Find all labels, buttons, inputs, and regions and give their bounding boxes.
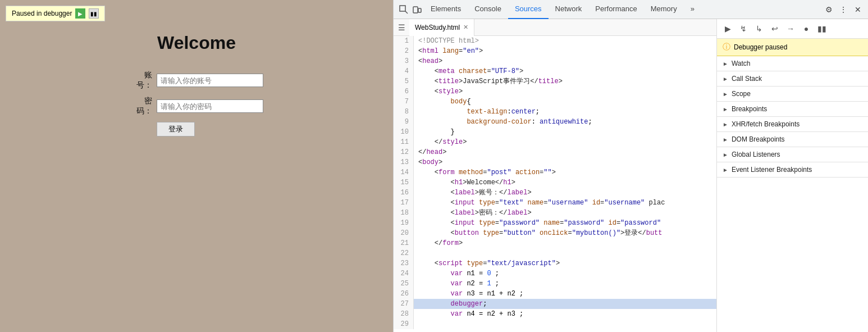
line-content: var n2 = 1 ; — [414, 279, 499, 289]
section-arrow-icon: ► — [723, 167, 728, 173]
step-out-button[interactable]: ↩ — [768, 21, 782, 36]
code-line-20: 20 <button type="button" onclick="mybutt… — [394, 228, 716, 238]
code-editor[interactable]: 1<!DOCTYPE html>2<html lang="en">3<head>… — [394, 36, 716, 332]
code-line-9: 9 background-color: antiquewhite; — [394, 117, 716, 127]
code-line-15: 15 <h1>Welcome</h1> — [394, 178, 716, 188]
section-header[interactable]: ► Watch — [717, 56, 868, 71]
tab-performance[interactable]: Performance — [588, 0, 643, 19]
line-content: <!DOCTYPE html> — [414, 36, 479, 46]
code-line-2: 2<html lang="en"> — [394, 46, 716, 56]
tab-sources[interactable]: Sources — [508, 0, 549, 19]
code-line-10: 10 } — [394, 127, 716, 137]
code-line-1: 1<!DOCTYPE html> — [394, 36, 716, 46]
tab-elements[interactable]: Elements — [424, 0, 468, 19]
device-toolbar-icon[interactable] — [410, 3, 424, 16]
resume-execution-button[interactable]: ▶ — [720, 21, 735, 36]
line-content: background-color: antiquewhite; — [414, 117, 592, 127]
code-line-19: 19 <input type="password" name="password… — [394, 218, 716, 228]
step-over-button[interactable]: ▮▮ — [89, 8, 99, 19]
line-content: <body> — [414, 157, 442, 167]
devtools-topbar: Elements Console Sources Network Perform… — [394, 0, 868, 19]
line-content: <meta charset="UTF-8"> — [414, 66, 523, 76]
resume-button[interactable]: ▶ — [75, 8, 85, 19]
tab-network[interactable]: Network — [549, 0, 589, 19]
svg-rect-2 — [413, 7, 418, 13]
show-navigator-button[interactable]: ☰ — [394, 20, 409, 35]
line-content: </style> — [414, 137, 467, 147]
line-content: var n1 = 0 ; — [414, 269, 499, 279]
tab-console[interactable]: Console — [468, 0, 508, 19]
line-number: 21 — [394, 238, 414, 248]
line-number: 24 — [394, 269, 414, 279]
tab-memory[interactable]: Memory — [644, 0, 684, 19]
code-line-24: 24 var n1 = 0 ; — [394, 269, 716, 279]
section-header[interactable]: ► DOM Breakpoints — [717, 132, 868, 147]
step-into-button[interactable]: ↳ — [752, 21, 766, 36]
password-input[interactable] — [157, 99, 263, 113]
debug-section-dom-breakpoints: ► DOM Breakpoints — [717, 132, 868, 147]
section-header[interactable]: ► Global Listeners — [717, 147, 868, 162]
close-devtools-icon[interactable]: ✕ — [851, 3, 865, 16]
file-tab-webstudy[interactable]: WebStudy.html ✕ — [409, 19, 474, 36]
code-line-5: 5 <title>JavaScript事件学习</title> — [394, 76, 716, 87]
line-number: 6 — [394, 87, 414, 97]
debug-sections: ► Watch ► Call Stack ► Scope ► Breakpoin… — [717, 56, 868, 178]
code-line-4: 4 <meta charset="UTF-8"> — [394, 66, 716, 76]
code-line-27: 27 debugger; — [394, 299, 716, 309]
debugger-toolbar: ▶ ↯ ↳ ↩ → ● ▮▮ — [717, 19, 868, 39]
line-number: 15 — [394, 178, 414, 188]
debug-panel: ▶ ↯ ↳ ↩ → ● ▮▮ ⓘ Debugger paused ► Watch… — [716, 19, 868, 332]
password-label: 密码： — [130, 96, 152, 116]
code-line-18: 18 <label>密码：</label> — [394, 208, 716, 218]
line-content: var n4 = n2 + n3 ; — [414, 309, 523, 319]
debug-section-watch: ► Watch — [717, 56, 868, 71]
inspect-icon[interactable] — [397, 3, 410, 16]
code-line-3: 3<head> — [394, 56, 716, 66]
paused-bar: Paused in debugger ▶ ▮▮ — [6, 6, 105, 21]
code-line-26: 26 var n3 = n1 + n2 ; — [394, 289, 716, 299]
section-header[interactable]: ► Scope — [717, 87, 868, 101]
code-line-28: 28 var n4 = n2 + n3 ; — [394, 309, 716, 319]
tab-more[interactable]: » — [684, 0, 701, 19]
svg-rect-0 — [400, 6, 405, 11]
deactivate-breakpoints-button[interactable]: ● — [799, 21, 814, 36]
debug-section-breakpoints: ► Breakpoints — [717, 102, 868, 117]
code-line-29: 29 — [394, 319, 716, 329]
line-content: <form method="post" action=""> — [414, 167, 556, 178]
line-number: 13 — [394, 157, 414, 167]
code-line-17: 17 <input type="text" name="username" id… — [394, 198, 716, 208]
account-input[interactable] — [157, 74, 263, 87]
file-tabs: ☰ WebStudy.html ✕ — [394, 19, 716, 36]
section-arrow-icon: ► — [723, 91, 728, 97]
line-number: 11 — [394, 137, 414, 147]
step-button[interactable]: → — [783, 21, 798, 36]
settings-icon[interactable]: ⚙ — [822, 3, 835, 16]
code-line-22: 22 — [394, 248, 716, 258]
step-over-button[interactable]: ↯ — [736, 21, 751, 36]
file-tab-close-icon[interactable]: ✕ — [463, 24, 468, 31]
login-form: 账号： 密码： 登录 — [130, 70, 263, 137]
section-header[interactable]: ► Breakpoints — [717, 102, 868, 116]
debugger-notice: ⓘ Debugger paused — [717, 39, 868, 56]
svg-rect-3 — [418, 8, 421, 12]
code-line-23: 23 <script type="text/javascript"> — [394, 258, 716, 269]
svg-line-1 — [405, 11, 408, 13]
code-line-7: 7 body{ — [394, 97, 716, 107]
section-label: Call Stack — [732, 75, 762, 83]
line-content: debugger; — [414, 299, 487, 309]
pause-on-exceptions-button[interactable]: ▮▮ — [815, 21, 829, 36]
section-header[interactable]: ► Event Listener Breakpoints — [717, 162, 868, 177]
section-header[interactable]: ► Call Stack — [717, 71, 868, 86]
more-options-icon[interactable]: ⋮ — [837, 3, 850, 16]
line-content: </form> — [414, 238, 463, 248]
line-number: 20 — [394, 228, 414, 238]
section-header[interactable]: ► XHR/fetch Breakpoints — [717, 117, 868, 131]
section-label: DOM Breakpoints — [732, 135, 785, 143]
account-label: 账号： — [130, 70, 152, 90]
section-arrow-icon: ► — [723, 61, 728, 67]
line-number: 10 — [394, 127, 414, 137]
line-number: 19 — [394, 218, 414, 228]
login-button[interactable]: 登录 — [157, 122, 195, 137]
code-line-6: 6 <style> — [394, 87, 716, 97]
debugger-notice-text: Debugger paused — [734, 43, 787, 51]
